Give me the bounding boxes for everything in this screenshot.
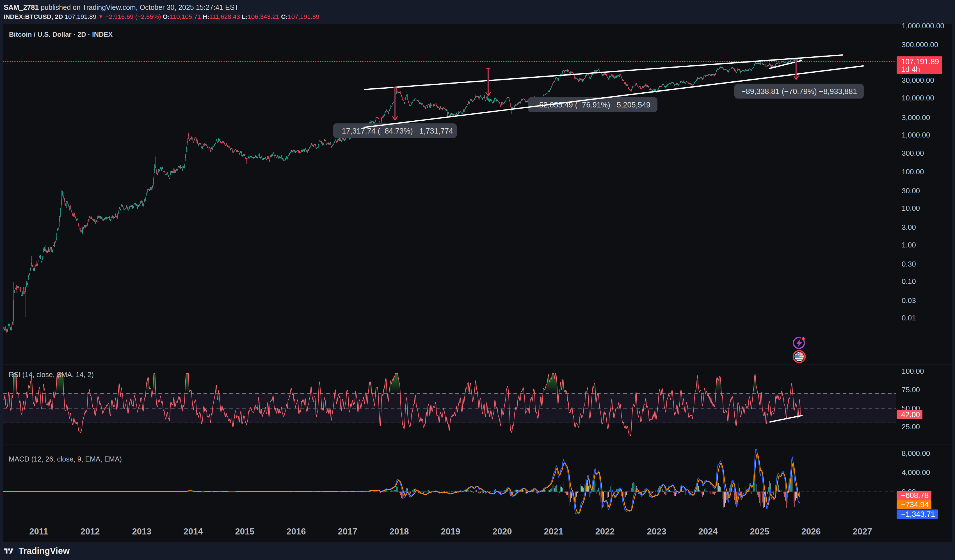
svg-text:42.00: 42.00 [901,410,920,419]
svg-text:0.01: 0.01 [902,314,916,322]
svg-text:RSI (14, close, SMA, 14, 2): RSI (14, close, SMA, 14, 2) [9,371,94,379]
svg-text:2015: 2015 [235,527,255,537]
svg-text:0.10: 0.10 [902,277,916,285]
svg-text:100.00: 100.00 [902,167,924,176]
svg-text:3,000.00: 3,000.00 [902,113,930,122]
svg-text:300,000.00: 300,000.00 [902,41,938,49]
svg-text:0.30: 0.30 [902,260,916,268]
svg-text:2013: 2013 [132,527,152,537]
svg-text:2027: 2027 [853,527,872,537]
svg-text:SAM_2781 published on TradingV: SAM_2781 published on TradingView.com, O… [4,3,239,11]
svg-text:−734.94: −734.94 [901,501,928,509]
svg-text:−89,338.81 (−70.79%) −8,933,88: −89,338.81 (−70.79%) −8,933,881 [741,87,857,96]
svg-text:10,000.00: 10,000.00 [902,94,934,102]
svg-text:MACD (12, 26, close, 9, EMA, E: MACD (12, 26, close, 9, EMA, EMA) [9,455,122,463]
svg-text:1,000,000.00: 1,000,000.00 [902,22,944,30]
svg-text:1.00: 1.00 [902,241,916,249]
svg-text:25.00: 25.00 [902,423,920,431]
svg-text:−17,317.74 (−84.73%) −1,731,77: −17,317.74 (−84.73%) −1,731,774 [337,127,453,135]
svg-text:1,000.00: 1,000.00 [902,131,930,139]
svg-text:−608.78: −608.78 [901,491,928,500]
svg-text:75.00: 75.00 [902,385,920,394]
svg-text:2023: 2023 [647,527,667,537]
svg-text:2018: 2018 [390,527,409,537]
svg-text:2017: 2017 [338,527,357,537]
svg-text:2025: 2025 [750,527,769,537]
svg-text:2021: 2021 [544,527,564,537]
svg-text:2014: 2014 [183,527,203,537]
svg-text:8,000.00: 8,000.00 [902,449,930,458]
svg-text:INDEX:BTCUSD, 2D 107,191.89 ▼: INDEX:BTCUSD, 2D 107,191.89 ▼ −2,916.69 … [4,13,319,20]
svg-text:2011: 2011 [29,527,48,537]
svg-text:−52,055.49 (−76.91%) −5,205,54: −52,055.49 (−76.91%) −5,205,549 [535,101,650,109]
svg-text:TradingView: TradingView [19,546,70,556]
svg-text:30.00: 30.00 [902,187,920,195]
svg-text:−1,343.71: −1,343.71 [901,510,935,518]
svg-text:107,191.89: 107,191.89 [901,58,939,66]
svg-text:2024: 2024 [698,527,718,537]
svg-text:2019: 2019 [441,527,460,537]
svg-text:4,000.00: 4,000.00 [902,468,930,477]
svg-text:100.00: 100.00 [902,367,924,375]
svg-text:1d 4h: 1d 4h [901,65,920,73]
svg-text:2020: 2020 [493,527,512,537]
svg-text:Bitcoin / U.S. Dollar · 2D · I: Bitcoin / U.S. Dollar · 2D · INDEX [9,31,113,38]
svg-text:30,000.00: 30,000.00 [902,76,934,84]
svg-text:2026: 2026 [802,527,821,537]
svg-text:10.00: 10.00 [902,204,920,212]
svg-text:300.00: 300.00 [902,149,924,158]
svg-text:2012: 2012 [81,527,100,537]
svg-text:3.00: 3.00 [902,223,916,231]
svg-text:2022: 2022 [595,527,615,537]
svg-text:2016: 2016 [286,527,306,537]
svg-text:0.03: 0.03 [902,296,916,305]
